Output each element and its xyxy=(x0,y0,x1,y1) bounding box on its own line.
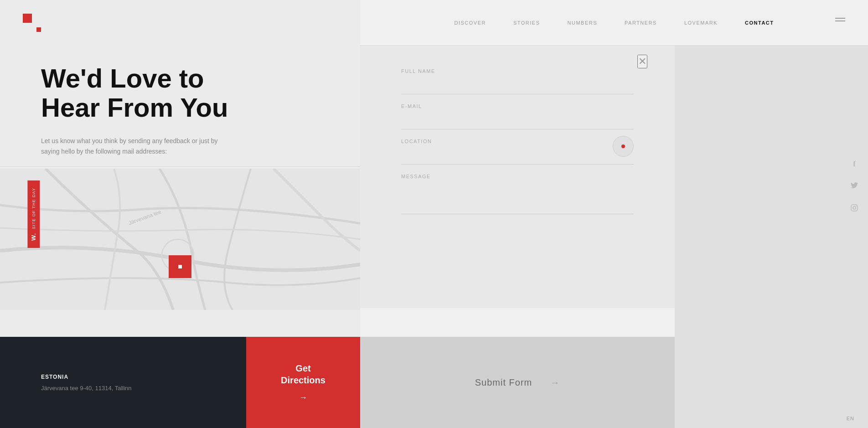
location-input[interactable] xyxy=(401,150,634,165)
hero-subtitle: Let us know what you think by sending an… xyxy=(41,136,237,158)
cta-arrow-icon: → xyxy=(299,393,307,402)
hero-title: We'd Love to Hear From You xyxy=(41,64,342,122)
logo-square-large xyxy=(23,14,32,23)
facebook-icon[interactable]: f xyxy=(853,160,856,169)
nav-item-discover[interactable]: DISCOVER xyxy=(454,20,486,26)
footer-location: ESTONIA Järvevana tee 9-40, 11314, Talli… xyxy=(0,337,246,428)
far-right-panel xyxy=(675,0,868,428)
contact-form-panel: ✕ FULL NAME E-MAIL LOCATION MESSAGE xyxy=(360,46,675,308)
cta-text: Get Directions xyxy=(281,362,326,386)
language-selector[interactable]: EN xyxy=(847,416,854,421)
left-panel: We'd Love to Hear From You Let us know w… xyxy=(0,0,360,428)
hamburger-line-1 xyxy=(835,18,845,19)
map-background: Järvevana tee xyxy=(0,169,360,310)
location-label: LOCATION xyxy=(401,139,634,144)
map-pin[interactable] xyxy=(169,255,191,278)
logo[interactable] xyxy=(23,14,41,32)
message-field-group: MESSAGE xyxy=(401,174,634,216)
hero-content: We'd Love to Hear From You Let us know w… xyxy=(41,64,342,157)
badge-text: Site of the Day xyxy=(31,188,36,229)
left-panel-divider xyxy=(0,166,360,167)
email-field-group: E-MAIL xyxy=(401,103,634,129)
svg-point-3 xyxy=(856,206,857,206)
nav-item-stories[interactable]: STORIES xyxy=(513,20,540,26)
footer-country: ESTONIA xyxy=(41,374,205,380)
nav-item-contact[interactable]: CONTACT xyxy=(745,20,774,26)
map-svg xyxy=(0,169,360,310)
logo-icon xyxy=(23,14,41,32)
cta-line2: Directions xyxy=(281,375,326,385)
message-label: MESSAGE xyxy=(401,174,634,179)
email-label: E-MAIL xyxy=(401,103,634,109)
hamburger-line-2 xyxy=(835,21,845,21)
svg-rect-1 xyxy=(851,205,858,211)
site-of-the-day-badge: W. Site of the Day xyxy=(27,180,40,248)
full-name-input[interactable] xyxy=(401,79,634,94)
message-input[interactable] xyxy=(401,185,634,214)
social-sidebar: f xyxy=(841,160,868,213)
nav-item-lovemark[interactable]: LOVEMARK xyxy=(684,20,718,26)
twitter-icon[interactable] xyxy=(851,182,858,191)
submit-footer: Submit Form → xyxy=(360,337,675,428)
cta-line1: Get xyxy=(295,363,310,373)
hamburger-menu[interactable] xyxy=(835,16,845,23)
nav-item-numbers[interactable]: NUMBERS xyxy=(568,20,598,26)
get-directions-button[interactable]: Get Directions → xyxy=(246,337,360,428)
nav-item-partners[interactable]: PARTNERS xyxy=(625,20,657,26)
location-row xyxy=(401,150,634,165)
full-name-field-group: FULL NAME xyxy=(401,68,634,94)
location-circle-dot xyxy=(621,144,625,148)
full-name-label: FULL NAME xyxy=(401,68,634,74)
submit-button[interactable]: Submit Form → xyxy=(475,377,560,388)
instagram-icon[interactable] xyxy=(851,204,858,213)
svg-point-2 xyxy=(853,206,856,209)
hero-title-line1: We'd Love to xyxy=(41,63,204,93)
close-button[interactable]: ✕ xyxy=(637,55,647,68)
location-field-group: LOCATION xyxy=(401,139,634,165)
map-pin-dot xyxy=(178,265,182,268)
badge-w: W. xyxy=(30,232,37,240)
map-area: Järvevana tee xyxy=(0,169,360,310)
main-nav: DISCOVER STORIES NUMBERS PARTNERS LOVEMA… xyxy=(360,0,868,46)
footer-address: Järvevana tee 9-40, 11314, Tallinn xyxy=(41,385,205,392)
submit-label: Submit Form xyxy=(475,377,532,388)
hero-title-line2: Hear From You xyxy=(41,93,228,122)
location-circle xyxy=(613,136,634,157)
submit-arrow-icon: → xyxy=(550,377,560,388)
email-input[interactable] xyxy=(401,114,634,129)
logo-square-small xyxy=(36,27,41,32)
